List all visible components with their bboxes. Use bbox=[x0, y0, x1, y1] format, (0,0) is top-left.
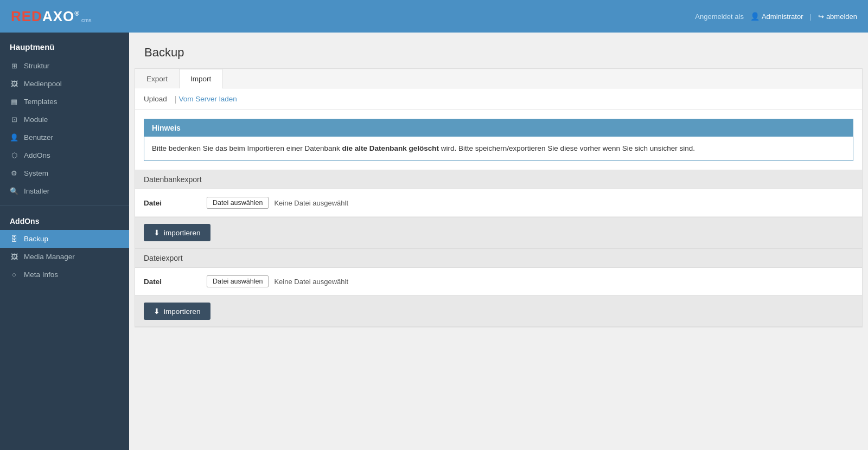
page-header: Backup bbox=[129, 33, 868, 68]
sidebar-label-module: Module bbox=[24, 115, 48, 124]
sidebar-item-medienpool[interactable]: 🖼 Medienpool bbox=[0, 75, 129, 93]
db-export-file-btn[interactable]: Datei auswählen bbox=[207, 197, 269, 209]
file-export-no-file-label: Keine Datei ausgewählt bbox=[274, 278, 348, 286]
logo-red: RED bbox=[11, 8, 42, 24]
addons-section-title: AddOns bbox=[0, 211, 129, 230]
system-icon: ⚙ bbox=[10, 169, 18, 177]
struktur-icon bbox=[10, 62, 18, 70]
db-export-file-input: Datei auswählen Keine Datei ausgewählt bbox=[207, 197, 348, 209]
backup-icon: 🗄 bbox=[10, 235, 18, 243]
notice-text-bold: die alte Datenbank gelöscht bbox=[342, 144, 439, 152]
page-title: Backup bbox=[144, 46, 853, 60]
tab-import[interactable]: Import bbox=[179, 69, 222, 88]
logout-label: abmelden bbox=[826, 12, 857, 21]
file-export-file-btn[interactable]: Datei auswählen bbox=[207, 275, 269, 287]
hauptmenu-title: Hauptmenü bbox=[0, 33, 129, 57]
logo-text: REDAXO® bbox=[11, 8, 80, 25]
templates-icon: ▦ bbox=[10, 98, 18, 106]
header-divider: | bbox=[810, 12, 812, 21]
header-right: Angemeldet als 👤 Administrator | ↪ abmel… bbox=[695, 12, 857, 21]
sidebar-label-installer: Installer bbox=[24, 187, 49, 195]
db-export-form-row: Datei Datei auswählen Keine Datei ausgew… bbox=[135, 189, 862, 217]
user-name-text: Administrator bbox=[762, 12, 803, 21]
sidebar-item-system[interactable]: ⚙ System bbox=[0, 164, 129, 182]
sidebar-divider bbox=[0, 205, 129, 206]
db-export-datei-label: Datei bbox=[144, 199, 198, 207]
db-export-no-file-label: Keine Datei ausgewählt bbox=[274, 199, 348, 207]
sidebar-label-benutzer: Benutzer bbox=[24, 133, 53, 142]
sidebar-item-installer[interactable]: 🔍 Installer bbox=[0, 182, 129, 200]
tab-export[interactable]: Export bbox=[135, 69, 179, 88]
content-area: Export Import Upload | Vom Server laden … bbox=[135, 68, 863, 327]
sidebar-item-templates[interactable]: ▦ Templates bbox=[0, 93, 129, 111]
file-export-import-icon: ⬇ bbox=[154, 307, 160, 316]
sidebar-label-backup: Backup bbox=[24, 235, 48, 243]
notice-text-prefix: Bitte bedenken Sie das beim Importieren … bbox=[152, 144, 342, 152]
sidebar-label-media-manager: Media Manager bbox=[24, 253, 75, 261]
file-export-file-input: Datei auswählen Keine Datei ausgewählt bbox=[207, 275, 348, 287]
logo-registered: ® bbox=[74, 10, 80, 17]
layout: Hauptmenü Struktur 🖼 Medienpool ▦ Templa… bbox=[0, 33, 868, 450]
file-export-section-header: Dateiexport bbox=[135, 248, 862, 268]
logout-icon: ↪ bbox=[818, 12, 824, 21]
notice-header: Hinweis bbox=[144, 119, 853, 137]
sidebar-label-meta-infos: Meta Infos bbox=[24, 271, 58, 279]
logout-link[interactable]: ↪ abmelden bbox=[818, 12, 857, 21]
meta-infos-icon: ○ bbox=[10, 271, 18, 279]
logged-in-label: Angemeldet als bbox=[695, 12, 744, 21]
notice-text-suffix: wird. Bitte speichern/exportieren Sie di… bbox=[439, 144, 695, 152]
logo: REDAXO® cms bbox=[11, 8, 91, 25]
db-export-section-header: Datenbankexport bbox=[135, 170, 862, 189]
sidebar-item-struktur[interactable]: Struktur bbox=[0, 57, 129, 75]
sub-nav-upload[interactable]: Upload bbox=[144, 94, 173, 104]
db-export-import-btn[interactable]: ⬇ importieren bbox=[144, 224, 210, 241]
user-name: 👤 Administrator bbox=[750, 12, 803, 21]
benutzer-icon: 👤 bbox=[10, 133, 18, 142]
header: REDAXO® cms Angemeldet als 👤 Administrat… bbox=[0, 0, 868, 33]
sidebar-item-meta-infos[interactable]: ○ Meta Infos bbox=[0, 266, 129, 284]
user-icon: 👤 bbox=[750, 12, 760, 21]
sidebar-item-addons[interactable]: ⬡ AddOns bbox=[0, 146, 129, 164]
module-icon: ⊡ bbox=[10, 115, 18, 124]
sub-nav-divider: | bbox=[175, 95, 177, 104]
main-content: Backup Export Import Upload | Vom Server… bbox=[129, 33, 868, 450]
file-export-action-row: ⬇ importieren bbox=[135, 295, 862, 327]
medienpool-icon: 🖼 bbox=[10, 80, 18, 88]
logo-axo: AXO bbox=[42, 8, 74, 24]
logo-cms: cms bbox=[81, 17, 91, 23]
notice-body: Bitte bedenken Sie das beim Importieren … bbox=[144, 137, 853, 160]
db-export-import-btn-label: importieren bbox=[164, 229, 201, 237]
file-export-datei-label: Datei bbox=[144, 278, 198, 286]
sidebar: Hauptmenü Struktur 🖼 Medienpool ▦ Templa… bbox=[0, 33, 129, 450]
tabs: Export Import bbox=[135, 69, 862, 88]
media-manager-icon: 🖼 bbox=[10, 253, 18, 261]
db-export-import-icon: ⬇ bbox=[154, 228, 160, 237]
sub-nav: Upload | Vom Server laden bbox=[135, 88, 862, 110]
file-export-form-row: Datei Datei auswählen Keine Datei ausgew… bbox=[135, 268, 862, 295]
sidebar-item-backup[interactable]: 🗄 Backup bbox=[0, 230, 129, 248]
db-export-action-row: ⬇ importieren bbox=[135, 217, 862, 248]
sidebar-label-addons: AddOns bbox=[24, 151, 50, 159]
sidebar-label-system: System bbox=[24, 169, 48, 177]
notice-box: Hinweis Bitte bedenken Sie das beim Impo… bbox=[144, 119, 853, 161]
file-export-import-btn-label: importieren bbox=[164, 307, 201, 316]
sidebar-item-module[interactable]: ⊡ Module bbox=[0, 111, 129, 128]
sidebar-item-media-manager[interactable]: 🖼 Media Manager bbox=[0, 248, 129, 266]
file-export-import-btn[interactable]: ⬇ importieren bbox=[144, 303, 210, 320]
sub-nav-vom-server-laden[interactable]: Vom Server laden bbox=[178, 94, 242, 104]
sidebar-label-medienpool: Medienpool bbox=[24, 80, 62, 88]
sidebar-label-struktur: Struktur bbox=[24, 62, 49, 70]
sidebar-label-templates: Templates bbox=[24, 98, 58, 106]
sidebar-item-benutzer[interactable]: 👤 Benutzer bbox=[0, 128, 129, 146]
installer-icon: 🔍 bbox=[10, 187, 18, 195]
addons-icon: ⬡ bbox=[10, 151, 18, 159]
